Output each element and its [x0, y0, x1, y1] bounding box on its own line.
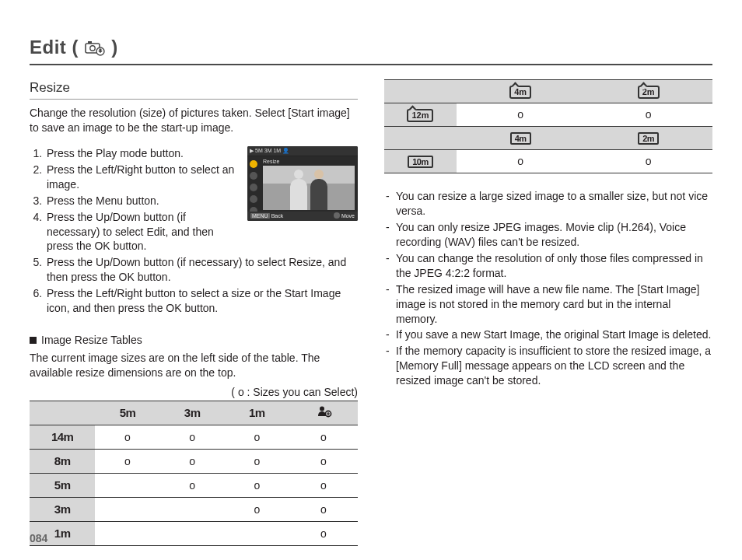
table-cell — [160, 498, 225, 522]
table-cell — [95, 498, 159, 522]
notes-list: You can resize a large sized image to a … — [384, 189, 712, 388]
section-intro: Change the resolution (size) of pictures… — [30, 106, 358, 135]
table-cell: o — [95, 425, 159, 450]
page-title: Edit ( ) — [30, 35, 712, 65]
svg-rect-1 — [88, 41, 92, 44]
note-item: If you save a new Start Image, the origi… — [384, 327, 712, 342]
col-header: 5m — [95, 401, 159, 425]
svg-point-4 — [320, 407, 324, 411]
svg-point-2 — [90, 46, 95, 51]
page-number: 084 — [30, 531, 47, 546]
table-cell — [95, 474, 159, 498]
table-cell: o — [225, 425, 289, 450]
table-cell: o — [160, 474, 225, 498]
note-item: If the memory capacity is insufficient t… — [384, 344, 712, 388]
table-cell: o — [457, 103, 585, 127]
note-item: You can resize a large sized image to a … — [384, 189, 712, 219]
table-cell: o — [225, 498, 289, 522]
table-cell: o — [95, 450, 159, 474]
move-label: Move — [341, 213, 355, 219]
camera-mode-label: Resize — [263, 158, 279, 165]
table-cell: o — [160, 450, 225, 474]
left-column: Resize Change the resolution (size) of p… — [30, 79, 358, 546]
row-label: 5m — [30, 474, 95, 498]
title-suffix: ) — [111, 37, 118, 58]
col-header: 1m — [225, 401, 289, 425]
table-cell: o — [584, 150, 712, 173]
row-label: 14m — [30, 425, 95, 450]
table-cell: o — [289, 498, 358, 522]
table-cell: o — [457, 150, 585, 173]
col-header: 4m — [457, 80, 585, 103]
table-cell: o — [225, 450, 289, 474]
instruction-steps: Press the Play mode button. Press the Le… — [30, 146, 358, 316]
title-prefix: Edit ( — [30, 37, 79, 58]
table-cell: o — [225, 474, 289, 498]
step-item: Press the Up/Down button (if necessary) … — [45, 255, 358, 285]
bullet-square-icon — [30, 337, 37, 344]
right-column: 4m 2m 12m o o 4m 2m 10m o o — [384, 79, 712, 546]
table-subdesc: The current image sizes are on the left … — [30, 351, 358, 380]
col-header: 2m — [584, 80, 712, 103]
resize-table-2a: 4m 2m 12m o o 4m 2m 10m o o — [384, 79, 712, 173]
row-label: 8m — [30, 450, 95, 474]
back-label: Back — [271, 213, 284, 219]
table-cell: o — [160, 425, 225, 450]
note-item: You can only resize JPEG images. Movie c… — [384, 220, 712, 250]
camera-sample-photo — [263, 166, 355, 210]
start-image-icon — [315, 405, 332, 422]
table-cell: o — [289, 450, 358, 474]
col-header: 2m — [584, 127, 712, 150]
row-label: 12m — [384, 103, 457, 127]
camera-preview-screenshot: ▶5M3M1M👤 Resize MENU — [247, 146, 358, 221]
step-item: Press the Left/Right button to select a … — [45, 286, 358, 316]
table-subheading: Image Resize Tables — [30, 333, 358, 348]
note-item: You can change the resolution of only th… — [384, 251, 712, 281]
table-cell — [225, 522, 289, 546]
section-heading: Resize — [30, 79, 358, 100]
table-cell — [95, 522, 159, 546]
row-label: 10m — [384, 150, 457, 173]
col-header — [289, 401, 358, 425]
table-cell — [160, 522, 225, 546]
table-cell: o — [289, 522, 358, 546]
table-cell: o — [289, 425, 358, 450]
edit-icon — [84, 37, 106, 62]
row-label: 3m — [30, 498, 95, 522]
table-cell: o — [584, 103, 712, 127]
note-item: The resized image will have a new file n… — [384, 282, 712, 327]
table-cell: o — [289, 474, 358, 498]
resize-table-1: 5m 3m 1m — [30, 401, 358, 546]
col-header: 4m — [457, 127, 585, 150]
table-legend: ( o : Sizes you can Select) — [30, 385, 358, 400]
col-header: 3m — [160, 401, 225, 425]
